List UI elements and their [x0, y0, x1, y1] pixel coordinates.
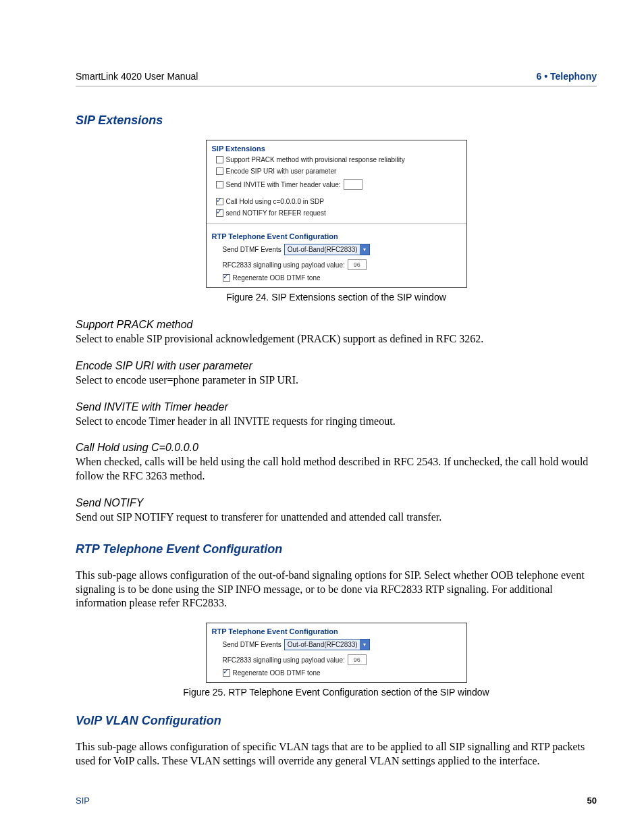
checkbox-unchecked-icon[interactable] — [216, 181, 223, 188]
dropdown-arrow-icon: ▾ — [360, 244, 369, 255]
page-header: SmartLink 4020 User Manual 6 • Telephony — [76, 71, 597, 86]
body-notify: Send out SIP NOTIFY request to transfere… — [76, 511, 597, 525]
checkbox-checked-icon[interactable] — [216, 198, 223, 205]
fig24-rtp-send-label: Send DTMF Events — [223, 246, 281, 253]
figure-25: RTP Telephone Event Configuration Send D… — [76, 623, 597, 698]
header-right: 6 • Telephony — [537, 71, 597, 82]
fig24-rtp-payload: RFC2833 signalling using payload value: … — [207, 258, 466, 273]
fig25-rtp-dropdown-value: Out-of-Band(RFC2833) — [288, 641, 358, 648]
fig24-opt5-label: send NOTIFY for REFER request — [226, 209, 326, 217]
fig25-rtp-payload: RFC2833 signalling using payload value: … — [207, 653, 466, 668]
footer-right: 50 — [587, 796, 597, 806]
heading-hold: Call Hold using C=0.0.0.0 — [76, 442, 597, 454]
fig24-rtp-dropdown-value: Out-of-Band(RFC2833) — [288, 246, 358, 253]
fig25-rtp-send-label: Send DTMF Events — [223, 641, 281, 648]
fig24-rtp-payload-label: RFC2833 signalling using payload value: — [223, 261, 345, 269]
figure-25-screenshot: RTP Telephone Event Configuration Send D… — [206, 623, 467, 683]
body-prack: Select to enable SIP provisional acknowl… — [76, 332, 597, 346]
section-title-rtp: RTP Telephone Event Configuration — [76, 542, 597, 556]
checkbox-checked-icon[interactable] — [223, 669, 230, 677]
fig24-opt-hold: Call Hold using c=0.0.0.0 in SDP — [207, 197, 466, 208]
heading-encode: Encode SIP URI with user parameter — [76, 360, 597, 372]
header-left: SmartLink 4020 User Manual — [76, 71, 198, 82]
heading-invite: Send INVITE with Timer header — [76, 401, 597, 413]
fig25-rtp-title: RTP Telephone Event Configuration — [207, 623, 466, 637]
figure-25-caption: Figure 25. RTP Telephone Event Configura… — [76, 687, 597, 698]
page-footer: SIP 50 — [76, 796, 597, 806]
checkbox-unchecked-icon[interactable] — [216, 156, 223, 163]
checkbox-unchecked-icon[interactable] — [216, 167, 223, 175]
fig24-opt3-label: Send INVITE with Timer header value: — [226, 181, 341, 188]
figure-24: SIP Extensions Support PRACK method with… — [76, 140, 597, 303]
fig24-opt4-label: Call Hold using c=0.0.0.0 in SDP — [226, 198, 324, 205]
fig25-rtp-payload-label: RFC2833 signalling using payload value: — [223, 656, 345, 664]
figure-24-screenshot: SIP Extensions Support PRACK method with… — [206, 140, 467, 288]
figure-24-caption: Figure 24. SIP Extensions section of the… — [76, 292, 597, 303]
section-title-sip-extensions: SIP Extensions — [76, 113, 597, 128]
heading-prack: Support PRACK method — [76, 319, 597, 331]
body-rtp: This sub-page allows configuration of th… — [76, 569, 597, 610]
checkbox-checked-icon[interactable] — [216, 209, 223, 217]
fig25-rtp-send: Send DTMF Events Out-of-Band(RFC2833) ▾ — [207, 637, 466, 653]
fig24-opt-prack: Support PRACK method with provisional re… — [207, 155, 466, 166]
body-vlan: This sub-page allows configuration of sp… — [76, 740, 597, 768]
fig25-rtp-dropdown[interactable]: Out-of-Band(RFC2833) ▾ — [284, 639, 370, 650]
fig24-rtp-regen-label: Regenerate OOB DTMF tone — [233, 274, 321, 282]
fig24-rtp-dropdown[interactable]: Out-of-Band(RFC2833) ▾ — [284, 244, 370, 255]
fig24-sip-ext-title: SIP Extensions — [207, 140, 466, 155]
fig24-rtp-regen: Regenerate OOB DTMF tone — [207, 273, 466, 284]
fig24-rtp-send: Send DTMF Events Out-of-Band(RFC2833) ▾ — [207, 242, 466, 258]
dropdown-arrow-icon: ▾ — [360, 640, 369, 650]
fig24-opt-notify: send NOTIFY for REFER request — [207, 208, 466, 219]
heading-notify: Send NOTIFY — [76, 497, 597, 509]
fig24-rtp-title: RTP Telephone Event Configuration — [207, 228, 466, 242]
fig24-opt-invite: Send INVITE with Timer header value: — [207, 178, 466, 192]
fig24-opt-encode: Encode SIP URI with user parameter — [207, 166, 466, 178]
fig24-timer-input[interactable] — [344, 179, 363, 190]
body-invite: Select to encode Timer header in all INV… — [76, 415, 597, 429]
fig25-rtp-regen: Regenerate OOB DTMF tone — [207, 668, 466, 679]
fig24-opt1-label: Support PRACK method with provisional re… — [226, 156, 405, 163]
fig24-opt2-label: Encode SIP URI with user parameter — [226, 167, 337, 175]
footer-left: SIP — [76, 796, 90, 806]
checkbox-checked-icon[interactable] — [223, 274, 230, 282]
document-page: SmartLink 4020 User Manual 6 • Telephony… — [0, 0, 644, 834]
fig25-rtp-regen-label: Regenerate OOB DTMF tone — [233, 669, 321, 677]
fig25-rtp-payload-input[interactable]: 96 — [348, 654, 367, 665]
section-title-vlan: VoIP VLAN Configuration — [76, 714, 597, 728]
fig24-rtp-payload-input[interactable]: 96 — [348, 259, 367, 270]
body-hold: When checked, calls will be held using t… — [76, 455, 597, 484]
body-encode: Select to encode user=phone parameter in… — [76, 373, 597, 388]
